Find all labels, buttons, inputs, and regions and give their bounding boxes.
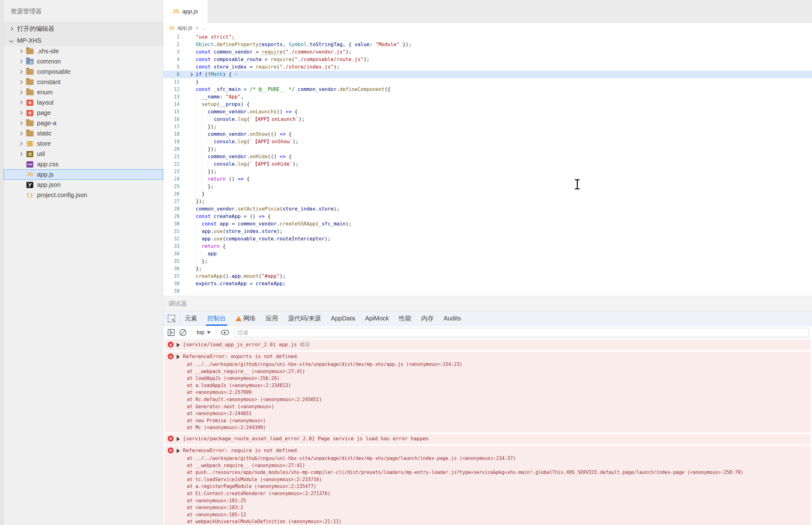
code-line-24[interactable]: 24return () => { [163,175,812,183]
code-line-25[interactable]: 25}; [163,183,812,190]
console-error-row[interactable]: ×ReferenceError: exports is not defined … [165,351,811,433]
tree-item-page[interactable]: page [4,108,163,118]
code-line-14[interactable]: 14setup(__props) { [163,101,812,108]
debugger-title: 调试器 [163,296,812,311]
code-token: = [241,86,250,92]
tree-item-static[interactable]: static [4,128,163,138]
expand-arrow-icon[interactable] [177,437,180,441]
code-line-34[interactable]: 34app [163,250,812,257]
tree-item-composable[interactable]: composable [4,66,163,77]
expand-arrow-icon[interactable] [177,449,180,453]
code-line-28[interactable]: 28common_vendor.setActivePinia(store_ind… [163,205,812,213]
line-number: 4 [163,56,188,63]
tree-item-layout[interactable]: layout [4,97,163,108]
code-line-19[interactable]: 19console.log(`【APP】onShow`); [163,138,812,146]
indent-guide [208,138,214,146]
tree-item-common[interactable]: common [4,56,163,66]
code-editor[interactable]: 1"use strict";2Object.defineProperty(exp… [163,33,812,296]
debugger-tab-内存[interactable]: 内存 [416,311,439,326]
expand-arrow-icon[interactable] [177,355,180,359]
code-token: store_index [282,206,315,212]
code-line-33[interactable]: 33return { [163,243,812,250]
code-line-30[interactable]: 30const app = common_vendor.createSSRApp… [163,220,812,228]
debugger-tab-ApiMock[interactable]: ApiMock [360,311,394,326]
tree-item-store[interactable]: store [4,138,163,149]
tree-item-project.config.json[interactable]: { }project.config.json [4,190,163,200]
breadcrumb[interactable]: JS app.js > ... [163,23,812,33]
code-line-21[interactable]: 21common_vendor.onHide(() => { [163,153,812,160]
debugger-tab-Audits[interactable]: Audits [439,311,466,326]
line-number: 35 [163,257,188,265]
code-token: mount [244,273,259,279]
debugger-tab-网络[interactable]: !网络 [231,311,261,326]
code-line-37[interactable]: 37createApp().app.mount("#app"); [163,272,812,280]
tab-app-js[interactable]: JS app.js [163,0,207,23]
indent-guide [196,138,202,146]
fold-chevron-icon[interactable] [188,71,196,78]
fold-column [188,116,196,123]
code-token: { [286,153,292,160]
code-line-18[interactable]: 18common_vendor.onShow(() => { [163,131,812,138]
code-line-29[interactable]: 29const createApp = () => { [163,213,812,220]
clear-console-icon[interactable] [179,329,186,336]
tree-item-app.css[interactable]: cssapp.css [4,159,163,169]
debugger-tab-控制台[interactable]: 控制台 [202,311,231,326]
fold-column [188,228,196,235]
code-line-23[interactable]: 23}); [163,168,812,175]
console-error-row[interactable]: ×[service/package_route_asset_load_error… [165,434,811,444]
code-line-5[interactable]: 5const store_index = require("./store/in… [163,63,812,71]
tab-label: AppData [331,315,355,322]
expand-arrow-icon[interactable] [177,343,180,347]
context-selector[interactable]: top [197,329,210,336]
code-line-31[interactable]: 31app.use(store_index.store); [163,228,812,235]
code-line-22[interactable]: 22console.log(`【APP】onHide`); [163,160,812,168]
code-text: } [196,78,199,86]
code-line-12[interactable]: 12const _sfc_main = /* @__PURE__ */ comm… [163,86,812,93]
code-line-39[interactable]: 39 [163,287,812,295]
code-line-15[interactable]: 15common_vendor.onLaunch(() => { [163,108,812,116]
tree-item-constant[interactable]: constant [4,77,163,87]
code-line-32[interactable]: 32app.use(composable_route.routeIntercep… [163,235,812,243]
tree-item-app.json[interactable]: app.json [4,180,163,190]
code-line-16[interactable]: 16console.log(`【APP】onLaunch`); [163,116,812,123]
code-line-4[interactable]: 4const composable_route = require("./com… [163,56,812,63]
tree-item-app.js[interactable]: JSapp.js [4,169,163,180]
debugger-tab-元素[interactable]: 元素 [180,311,202,326]
indent-guide [196,116,202,123]
section-open-editors[interactable]: 打开的编辑器 [4,22,163,35]
code-line-17[interactable]: 17}); [163,123,812,131]
code-line-35[interactable]: 35}; [163,257,812,265]
code-line-3[interactable]: 3const common_vendor = require("./common… [163,48,812,56]
tree-item-util[interactable]: util [4,149,163,159]
section-project-root[interactable]: MP-XHS [4,35,163,46]
code-line-36[interactable]: 36}; [163,265,812,272]
debugger-tab-源代码/来源[interactable]: 源代码/来源 [283,311,326,326]
console-filter-input[interactable] [234,328,809,337]
code-line-1[interactable]: 1"use strict"; [163,33,812,41]
live-expression-eye-icon[interactable] [221,330,229,335]
code-line-6[interactable]: 6if (!Math) { ⋯ [163,71,812,78]
sidebar-toggle-icon[interactable] [168,329,174,336]
code-line-2[interactable]: 2Object.defineProperty(exports, Symbol.t… [163,41,812,48]
tree-item-page-a[interactable]: page-a [4,118,163,128]
console-row-header: ×ReferenceError: exports is not defined [168,352,808,361]
code-line-13[interactable]: 13__name: "App", [163,93,812,101]
tree-item-.xhs-ide[interactable]: .xhs-ide [4,46,163,56]
inspect-element-icon[interactable]: ↖ [168,315,175,322]
debugger-tab-应用[interactable]: 应用 [261,311,283,326]
code-line-26[interactable]: 26} [163,190,812,198]
tree-item-enum[interactable]: enum [4,87,163,97]
code-text: const composable_route = require("./comp… [196,56,370,63]
code-line-38[interactable]: 38exports.createApp = createApp; [163,280,812,287]
code-line-27[interactable]: 27}); [163,198,812,205]
console-error-row[interactable]: ×[service/load_app_js_error_2.0] app.js … [165,340,811,350]
code-line-20[interactable]: 20}); [163,146,812,153]
console-error-row[interactable]: ×ReferenceError: require is not defined … [165,446,811,525]
debugger-tab-性能[interactable]: 性能 [394,311,416,326]
code-token: { [244,176,250,182]
code-line-11[interactable]: 11} [163,78,812,86]
code-token: . [277,221,280,227]
debugger-tab-AppData[interactable]: AppData [326,311,360,326]
line-number: 38 [163,280,188,287]
indent-guide [196,160,202,168]
